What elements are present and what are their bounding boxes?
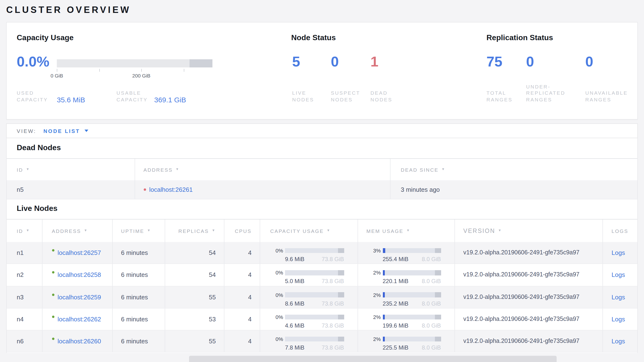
sort-desc-icon: ▼ bbox=[498, 229, 502, 232]
dead-node-address-link[interactable]: localhost:26261 bbox=[149, 186, 193, 193]
column-header-replicas[interactable]: REPLICAS▼ bbox=[165, 220, 224, 242]
column-header-version[interactable]: VERSION▼ bbox=[454, 220, 602, 242]
view-label: VIEW: bbox=[17, 128, 36, 134]
dead-nodes-header-row: ID▼ ADDRESS▼ DEAD SINCE▼ bbox=[7, 158, 637, 180]
live-node-logs-cell: Logs bbox=[602, 242, 637, 264]
column-header-address[interactable]: ADDRESS▼ bbox=[42, 220, 112, 242]
live-node-version: v19.2.0-alpha.20190606-2491-gfe735c9a97 bbox=[454, 330, 602, 352]
logs-link[interactable]: Logs bbox=[612, 249, 625, 256]
capacity-percent-label: 0% bbox=[265, 292, 283, 298]
live-node-mem-cell: 2% 199.6 MiB 8.0 GiB bbox=[357, 308, 454, 330]
replication-status-title: Replication Status bbox=[486, 34, 553, 42]
mem-total-value: 8.0 GiB bbox=[422, 300, 441, 307]
live-node-address-link[interactable]: localhost:26258 bbox=[58, 271, 101, 279]
live-node-row: n2 localhost:26258 6 minutes 54 4 0% bbox=[7, 264, 637, 286]
live-node-uptime: 6 minutes bbox=[112, 264, 165, 286]
column-header-id[interactable]: ID▼ bbox=[7, 220, 42, 242]
capacity-usage-title: Capacity Usage bbox=[17, 34, 74, 42]
live-node-cpus: 4 bbox=[224, 264, 260, 286]
sort-desc-icon: ▼ bbox=[176, 167, 180, 171]
mem-total-value: 8.0 GiB bbox=[422, 322, 441, 329]
live-node-replicas: 54 bbox=[165, 242, 224, 264]
axis-tick-label: 0 GiB bbox=[38, 73, 76, 78]
live-node-replicas: 53 bbox=[165, 308, 224, 330]
used-capacity-label: USED CAPACITY bbox=[17, 90, 48, 103]
live-nodes-title: Live Nodes bbox=[17, 204, 58, 213]
live-node-row: n4 localhost:26262 6 minutes 53 4 0% bbox=[7, 308, 637, 331]
dead-node-address-cell: localhost:26261 bbox=[134, 180, 390, 199]
mem-used-fill bbox=[383, 248, 385, 253]
live-node-capacity-cell: 0% 9.6 MiB 73.8 GiB bbox=[260, 242, 357, 264]
live-status-dot-icon bbox=[52, 271, 54, 274]
live-node-address-link[interactable]: localhost:26259 bbox=[58, 293, 101, 301]
capacity-other-segment bbox=[338, 337, 344, 342]
live-node-row: n1 localhost:26257 6 minutes 54 4 0% bbox=[7, 242, 637, 264]
live-node-logs-cell: Logs bbox=[602, 330, 637, 352]
sort-desc-icon: ▼ bbox=[212, 229, 216, 232]
live-nodes-body: n1 localhost:26257 6 minutes 54 4 0% bbox=[7, 242, 637, 353]
total-ranges-label: TOTAL RANGES bbox=[486, 90, 512, 103]
logs-link[interactable]: Logs bbox=[612, 338, 625, 345]
used-capacity-value: 35.6 MiB bbox=[57, 96, 85, 104]
mem-used-fill bbox=[383, 270, 385, 275]
live-node-cpus: 4 bbox=[224, 286, 260, 308]
capacity-total-value: 73.8 GiB bbox=[322, 300, 344, 307]
live-node-address-link[interactable]: localhost:26257 bbox=[58, 249, 101, 256]
column-header-uptime[interactable]: UPTIME▼ bbox=[112, 220, 165, 242]
column-header-cpus[interactable]: CPUS bbox=[224, 220, 260, 242]
live-node-capacity-cell: 0% 7.8 MiB 73.8 GiB bbox=[260, 330, 357, 352]
logs-link[interactable]: Logs bbox=[612, 293, 625, 301]
mem-percent-label: 2% bbox=[362, 270, 381, 276]
sort-desc-icon: ▼ bbox=[441, 167, 446, 171]
dead-nodes-table: ID▼ ADDRESS▼ DEAD SINCE▼ n5 localhost:26… bbox=[7, 158, 637, 200]
live-node-replicas: 54 bbox=[165, 264, 224, 286]
dead-node-id: n5 bbox=[7, 180, 134, 199]
capacity-total-value: 73.8 GiB bbox=[322, 278, 344, 285]
capacity-percent-label: 0% bbox=[265, 336, 283, 342]
live-nodes-table: ID▼ ADDRESS▼ UPTIME▼ REPLICAS▼ CPUS CAPA… bbox=[7, 219, 637, 353]
capacity-percent-label: 0% bbox=[265, 314, 283, 320]
column-header-id[interactable]: ID▼ bbox=[7, 159, 134, 180]
capacity-total-value: 73.8 GiB bbox=[322, 344, 344, 351]
column-header-logs: LOGS bbox=[602, 220, 637, 242]
capacity-other-segment bbox=[338, 270, 344, 275]
suspect-nodes-label: SUSPECT NODES bbox=[331, 90, 360, 103]
mem-used-value: 225.5 MiB bbox=[383, 344, 408, 351]
live-node-address-cell: localhost:26260 bbox=[42, 330, 112, 352]
mem-mini-bar bbox=[383, 337, 441, 342]
capacity-used-value: 5.0 MiB bbox=[285, 278, 304, 285]
axis-tick bbox=[141, 69, 142, 72]
axis-tick bbox=[99, 69, 100, 72]
live-nodes-label: LIVE NODES bbox=[292, 90, 314, 103]
live-node-logs-cell: Logs bbox=[602, 264, 637, 286]
live-node-version: v19.2.0-alpha.20190606-2491-gfe735c9a97 bbox=[454, 286, 602, 308]
chevron-down-icon bbox=[84, 130, 88, 132]
axis-tick-label: 200 GiB bbox=[122, 73, 160, 78]
mem-used-fill bbox=[383, 292, 385, 297]
capacity-mini-bar bbox=[285, 248, 344, 253]
column-header-capacity-usage[interactable]: CAPACITY USAGE▼ bbox=[260, 220, 357, 242]
mem-total-value: 8.0 GiB bbox=[422, 278, 441, 285]
live-node-version: v19.2.0-alpha.20190606-2491-gfe735c9a97 bbox=[454, 308, 602, 330]
live-node-address-link[interactable]: localhost:26262 bbox=[58, 316, 101, 323]
mem-used-value: 199.6 MiB bbox=[383, 322, 408, 329]
logs-link[interactable]: Logs bbox=[612, 316, 625, 323]
capacity-mini-bar bbox=[285, 314, 344, 319]
live-node-id: n4 bbox=[7, 308, 42, 330]
column-header-mem-usage[interactable]: MEM USAGE▼ bbox=[357, 220, 454, 242]
live-node-address-link[interactable]: localhost:26260 bbox=[58, 338, 101, 345]
logs-link[interactable]: Logs bbox=[612, 271, 625, 279]
summary-card: Capacity Usage 0.0% 0 GiB 200 GiB USED C… bbox=[6, 22, 638, 120]
column-header-dead-since[interactable]: DEAD SINCE▼ bbox=[390, 159, 637, 180]
live-node-version: v19.2.0-alpha.20190606-2491-gfe735c9a97 bbox=[454, 242, 602, 264]
mem-other-segment bbox=[435, 292, 441, 297]
live-node-capacity-cell: 0% 8.6 MiB 73.8 GiB bbox=[260, 286, 357, 308]
under-replicated-count: 0 bbox=[526, 54, 534, 69]
capacity-total-value: 73.8 GiB bbox=[322, 256, 344, 263]
view-selector-dropdown[interactable]: NODE LIST bbox=[44, 128, 88, 134]
axis-tick bbox=[184, 69, 184, 72]
suspect-nodes-count: 0 bbox=[331, 54, 339, 69]
column-header-address[interactable]: ADDRESS▼ bbox=[134, 159, 390, 180]
live-node-uptime: 6 minutes bbox=[112, 330, 165, 352]
usable-capacity-value: 369.1 GiB bbox=[154, 96, 186, 104]
